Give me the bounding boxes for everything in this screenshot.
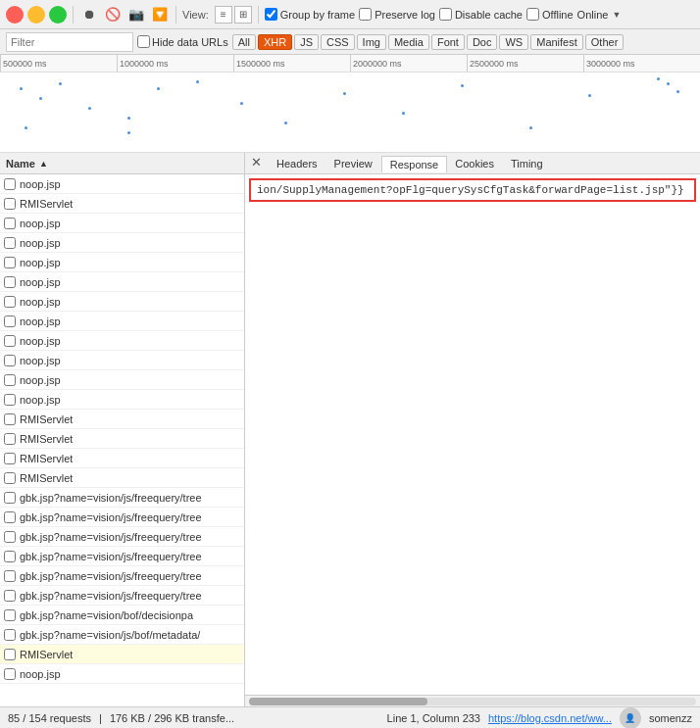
- offline-toggle[interactable]: Offline: [526, 8, 574, 21]
- request-checkbox[interactable]: [4, 237, 16, 249]
- preserve-log-toggle[interactable]: Preserve log: [359, 8, 435, 21]
- request-item[interactable]: RMIServlet: [0, 449, 244, 468]
- request-checkbox[interactable]: [4, 570, 16, 582]
- request-checkbox[interactable]: [4, 649, 16, 660]
- filter-doc[interactable]: Doc: [467, 34, 498, 50]
- request-item[interactable]: noop.jsp: [0, 390, 244, 410]
- filter-img[interactable]: Img: [357, 34, 386, 50]
- filter-manifest[interactable]: Manifest: [530, 34, 583, 50]
- group-by-frame-toggle[interactable]: Group by frame: [265, 8, 355, 21]
- request-item[interactable]: noop.jsp: [0, 370, 244, 390]
- clear-icon[interactable]: 🚫: [103, 5, 123, 24]
- filter-media[interactable]: Media: [388, 34, 429, 50]
- maximize-button[interactable]: [49, 6, 67, 24]
- request-checkbox[interactable]: [4, 668, 16, 680]
- request-item[interactable]: RMIServlet: [0, 410, 244, 429]
- request-checkbox[interactable]: [4, 531, 16, 543]
- filter-icon[interactable]: 🔽: [150, 5, 170, 24]
- request-checkbox[interactable]: [4, 315, 16, 327]
- request-item[interactable]: noop.jsp: [0, 233, 244, 253]
- request-checkbox[interactable]: [4, 453, 16, 464]
- request-checkbox[interactable]: [4, 374, 16, 386]
- request-item[interactable]: noop.jsp: [0, 292, 244, 312]
- detail-tab-cookies[interactable]: Cookies: [447, 156, 503, 171]
- request-item[interactable]: gbk.jsp?name=vision/js/freequery/tree: [0, 488, 244, 508]
- request-checkbox[interactable]: [4, 433, 16, 445]
- request-checkbox[interactable]: [4, 257, 16, 268]
- detail-tab-response[interactable]: Response: [381, 156, 448, 172]
- requests-scroll[interactable]: noop.jspRMIServletnoop.jspnoop.jspnoop.j…: [0, 174, 244, 706]
- capture-icon[interactable]: 📷: [126, 5, 146, 24]
- details-scrollbar[interactable]: [245, 695, 700, 706]
- request-item[interactable]: gbk.jsp?name=vision/js/freequery/tree: [0, 547, 244, 566]
- request-item[interactable]: gbk.jsp?name=vision/js/freequery/tree: [0, 508, 244, 527]
- request-item[interactable]: gbk.jsp?name=vision/js/freequery/tree: [0, 566, 244, 586]
- request-item[interactable]: noop.jsp: [0, 351, 244, 370]
- name-column-header[interactable]: Name: [6, 158, 35, 170]
- detail-tab-headers[interactable]: Headers: [269, 156, 326, 171]
- network-dropdown[interactable]: ▼: [612, 10, 621, 20]
- disable-cache-toggle[interactable]: Disable cache: [439, 8, 523, 21]
- request-name: gbk.jsp?name=vision/js/freequery/tree: [20, 590, 202, 602]
- details-panel: ✕ HeadersPreviewResponseCookiesTiming io…: [245, 153, 700, 706]
- request-checkbox[interactable]: [4, 276, 16, 288]
- request-item[interactable]: RMIServlet: [0, 194, 244, 214]
- filter-xhr[interactable]: XHR: [258, 34, 292, 50]
- close-details-button[interactable]: ✕: [251, 155, 262, 170]
- request-item[interactable]: noop.jsp: [0, 272, 244, 292]
- request-name: noop.jsp: [20, 178, 61, 190]
- detail-tab-preview[interactable]: Preview: [326, 156, 381, 171]
- request-checkbox[interactable]: [4, 198, 16, 210]
- request-checkbox[interactable]: [4, 472, 16, 484]
- request-checkbox[interactable]: [4, 609, 16, 621]
- request-checkbox[interactable]: [4, 629, 16, 641]
- request-checkbox[interactable]: [4, 394, 16, 406]
- filter-all[interactable]: All: [232, 34, 256, 50]
- request-checkbox[interactable]: [4, 413, 16, 425]
- request-item[interactable]: noop.jsp: [0, 253, 244, 272]
- filter-css[interactable]: CSS: [321, 34, 355, 50]
- filter-input[interactable]: [6, 32, 133, 52]
- request-checkbox[interactable]: [4, 218, 16, 229]
- filter-other[interactable]: Other: [585, 34, 625, 50]
- request-item[interactable]: gbk.jsp?name=vision/bof/decisionpa: [0, 606, 244, 625]
- request-checkbox[interactable]: [4, 492, 16, 504]
- request-checkbox[interactable]: [4, 355, 16, 366]
- filter-js[interactable]: JS: [294, 34, 319, 50]
- request-checkbox[interactable]: [4, 551, 16, 562]
- detail-tab-timing[interactable]: Timing: [503, 156, 552, 171]
- request-item[interactable]: RMIServlet: [0, 645, 244, 664]
- horizontal-scrollbar-track[interactable]: [249, 698, 696, 705]
- grid-view-icon[interactable]: ⊞: [234, 6, 252, 24]
- request-checkbox[interactable]: [4, 335, 16, 347]
- request-name: noop.jsp: [20, 335, 61, 347]
- request-item[interactable]: noop.jsp: [0, 312, 244, 331]
- minimize-button[interactable]: [27, 6, 45, 24]
- horizontal-scrollbar-thumb[interactable]: [249, 698, 427, 705]
- request-name: noop.jsp: [20, 374, 61, 386]
- request-item[interactable]: noop.jsp: [0, 331, 244, 351]
- record-icon[interactable]: ⏺: [79, 5, 99, 24]
- request-checkbox[interactable]: [4, 178, 16, 190]
- request-checkbox[interactable]: [4, 590, 16, 602]
- status-link[interactable]: https://blog.csdn.net/ww...: [488, 712, 612, 724]
- request-item[interactable]: gbk.jsp?name=vision/js/bof/metadata/: [0, 625, 244, 645]
- request-item[interactable]: noop.jsp: [0, 174, 244, 194]
- hide-data-urls-toggle[interactable]: Hide data URLs: [137, 35, 228, 48]
- request-checkbox[interactable]: [4, 296, 16, 308]
- request-item[interactable]: gbk.jsp?name=vision/js/freequery/tree: [0, 527, 244, 547]
- request-item[interactable]: RMIServlet: [0, 468, 244, 488]
- request-item[interactable]: noop.jsp: [0, 214, 244, 233]
- request-item[interactable]: noop.jsp: [0, 664, 244, 684]
- request-name: noop.jsp: [20, 668, 61, 680]
- filter-ws[interactable]: WS: [499, 34, 528, 50]
- username: somenzz: [649, 712, 692, 724]
- tick-3: 1500000 ms: [233, 55, 350, 72]
- close-button[interactable]: [6, 6, 24, 24]
- request-name: RMIServlet: [20, 198, 73, 210]
- filter-font[interactable]: Font: [431, 34, 465, 50]
- request-item[interactable]: RMIServlet: [0, 429, 244, 449]
- list-view-icon[interactable]: ≡: [215, 6, 232, 24]
- request-item[interactable]: gbk.jsp?name=vision/js/freequery/tree: [0, 586, 244, 606]
- request-checkbox[interactable]: [4, 511, 16, 523]
